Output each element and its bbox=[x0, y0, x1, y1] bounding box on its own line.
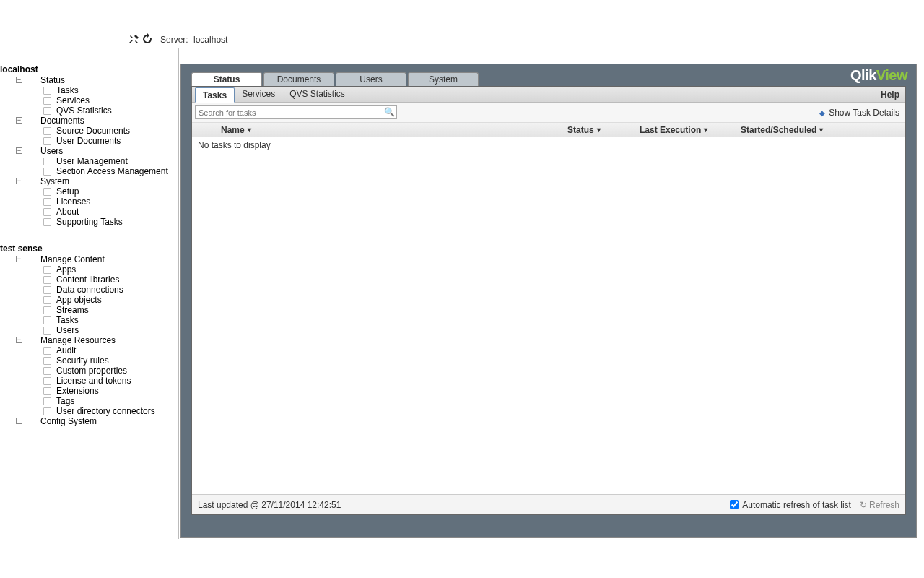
tree-checkbox[interactable] bbox=[43, 276, 51, 284]
tree-item[interactable]: Custom properties bbox=[0, 366, 178, 376]
tree-expander[interactable]: − bbox=[16, 117, 22, 124]
tree-item[interactable]: Users bbox=[0, 325, 178, 335]
tree-item[interactable]: Streams bbox=[0, 305, 178, 315]
tree-group[interactable]: Config System bbox=[13, 416, 178, 426]
tab-users[interactable]: Users bbox=[336, 72, 406, 87]
tree-checkbox[interactable] bbox=[43, 198, 51, 206]
tree-expander[interactable]: + bbox=[16, 418, 22, 424]
tree-checkbox[interactable] bbox=[43, 188, 51, 196]
empty-message: No tasks to display bbox=[192, 137, 905, 153]
tree-item[interactable]: Section Access Management bbox=[0, 166, 178, 176]
tree-group[interactable]: System bbox=[13, 176, 178, 186]
subtab-services[interactable]: Services bbox=[235, 87, 282, 103]
tree-item[interactable]: User Documents bbox=[0, 136, 178, 146]
tree-checkbox[interactable] bbox=[43, 127, 51, 135]
tree-checkbox[interactable] bbox=[43, 357, 51, 365]
filter-icon[interactable]: ▾ bbox=[704, 126, 707, 134]
refresh-link[interactable]: ↻ Refresh bbox=[860, 500, 899, 510]
tree-checkbox[interactable] bbox=[43, 327, 51, 335]
subtab-qvs-statistics[interactable]: QVS Statistics bbox=[282, 87, 352, 103]
refresh-icon[interactable] bbox=[141, 33, 153, 47]
tab-system[interactable]: System bbox=[408, 72, 479, 87]
server-label: Server: bbox=[160, 35, 188, 45]
tree-item[interactable]: Tasks bbox=[0, 85, 178, 95]
tree-item[interactable]: User Management bbox=[0, 156, 178, 166]
last-updated-text: Last updated @ 27/11/2014 12:42:51 bbox=[198, 500, 341, 510]
tree-item[interactable]: Data connections bbox=[0, 285, 178, 295]
tree-checkbox[interactable] bbox=[43, 286, 51, 294]
filter-icon[interactable]: ▾ bbox=[597, 126, 601, 134]
column-header-status[interactable]: Status▾ bbox=[567, 125, 640, 135]
tab-status[interactable]: Status bbox=[191, 72, 262, 87]
tree-checkbox[interactable] bbox=[43, 347, 51, 355]
tree-checkbox[interactable] bbox=[43, 87, 51, 95]
tree-checkbox[interactable] bbox=[43, 296, 51, 304]
tree-item[interactable]: Tags bbox=[0, 396, 178, 406]
tree-group[interactable]: Documents bbox=[13, 116, 178, 126]
tree-expander[interactable]: − bbox=[16, 147, 22, 154]
brand-logo: QlikView bbox=[850, 67, 907, 84]
tree-expander[interactable]: − bbox=[16, 178, 22, 184]
auto-refresh-toggle[interactable]: Automatic refresh of task list bbox=[730, 500, 851, 510]
tree-group[interactable]: Users bbox=[13, 146, 178, 156]
search-icon[interactable]: 🔍 bbox=[384, 107, 395, 117]
tree-checkbox[interactable] bbox=[43, 407, 51, 415]
tree-item[interactable]: Extensions bbox=[0, 386, 178, 396]
show-task-details-link[interactable]: ◆ Show Task Details bbox=[819, 108, 899, 118]
tree-checkbox[interactable] bbox=[43, 97, 51, 105]
tree-item[interactable]: Tasks bbox=[0, 315, 178, 325]
tree-item[interactable]: QVS Statistics bbox=[0, 105, 178, 116]
tree-checkbox[interactable] bbox=[43, 387, 51, 395]
tree-checkbox[interactable] bbox=[43, 397, 51, 405]
tree-checkbox[interactable] bbox=[43, 218, 51, 226]
tree-item[interactable]: Licenses bbox=[0, 197, 178, 207]
tree-checkbox[interactable] bbox=[43, 367, 51, 375]
tree-checkbox[interactable] bbox=[43, 208, 51, 216]
tab-documents[interactable]: Documents bbox=[263, 72, 334, 87]
help-link[interactable]: Help bbox=[881, 90, 899, 100]
sidebar-tree: localhost−StatusTasksServicesQVS Statist… bbox=[0, 48, 179, 539]
tree-group[interactable]: Manage Content bbox=[13, 254, 178, 264]
tree-expander[interactable]: − bbox=[16, 337, 22, 343]
tree-item[interactable]: Content libraries bbox=[0, 275, 178, 285]
tree-checkbox[interactable] bbox=[43, 168, 51, 176]
tree-checkbox[interactable] bbox=[43, 316, 51, 324]
tree-item[interactable]: Supporting Tasks bbox=[0, 217, 178, 227]
filter-icon[interactable]: ▾ bbox=[819, 126, 823, 134]
tree-checkbox[interactable] bbox=[43, 137, 51, 145]
tree-item[interactable]: License and tokens bbox=[0, 376, 178, 386]
refresh-icon: ↻ bbox=[860, 500, 867, 510]
column-header-started-scheduled[interactable]: Started/Scheduled▾ bbox=[741, 125, 849, 135]
tree-item[interactable]: Source Documents bbox=[0, 126, 178, 136]
filter-icon[interactable]: ▾ bbox=[248, 126, 251, 134]
tree-root[interactable]: localhost bbox=[0, 64, 178, 75]
search-input[interactable] bbox=[195, 105, 397, 119]
tree-expander[interactable]: − bbox=[16, 256, 22, 262]
tree-item[interactable]: Security rules bbox=[0, 355, 178, 366]
tree-item[interactable]: Audit bbox=[0, 345, 178, 355]
tree-item[interactable]: Setup bbox=[0, 186, 178, 197]
tree-item[interactable]: App objects bbox=[0, 295, 178, 305]
tree-checkbox[interactable] bbox=[43, 107, 51, 115]
tree-checkbox[interactable] bbox=[43, 306, 51, 314]
tree-group[interactable]: Status bbox=[13, 75, 178, 85]
tree-item[interactable]: Apps bbox=[0, 264, 178, 275]
column-header-last-execution[interactable]: Last Execution▾ bbox=[640, 125, 741, 135]
server-value: localhost bbox=[193, 35, 227, 45]
expand-icon: ◆ bbox=[819, 109, 825, 117]
tools-icon[interactable] bbox=[128, 33, 140, 47]
column-header-name[interactable]: Name▾ bbox=[221, 125, 567, 135]
tree-expander[interactable]: − bbox=[16, 77, 22, 83]
tree-item[interactable]: User directory connectors bbox=[0, 406, 178, 416]
tree-checkbox[interactable] bbox=[43, 266, 51, 274]
tree-item[interactable]: Services bbox=[0, 95, 178, 105]
tree-root[interactable]: test sense bbox=[0, 243, 178, 254]
tree-group[interactable]: Manage Resources bbox=[13, 335, 178, 345]
tree-item[interactable]: About bbox=[0, 207, 178, 217]
tree-checkbox[interactable] bbox=[43, 158, 51, 165]
subtab-tasks[interactable]: Tasks bbox=[195, 87, 235, 103]
tree-checkbox[interactable] bbox=[43, 377, 51, 385]
